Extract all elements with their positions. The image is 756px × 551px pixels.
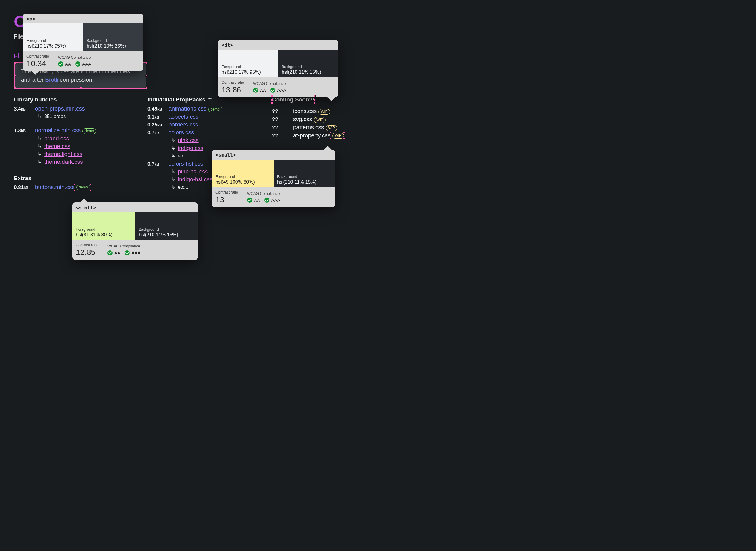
file-sublink[interactable]: indigo-hsl.css [178,176,212,183]
wcag-aa-pass: AA [58,61,71,67]
file-link[interactable]: colors-hsl.css [169,160,203,167]
demo-badge[interactable]: demo [208,107,222,112]
swatch-value: hsl(210 11% 15%) [282,70,335,75]
background-swatch: Backgroundhsl(210 11% 15%) [135,212,198,240]
file-link-buttons[interactable]: buttons.min.css [35,184,75,190]
wcag-aa-pass: AA [253,88,266,93]
wcag-aaa-pass: AAA [125,250,141,255]
file-size: 0.81kB [14,184,35,190]
checkmark-icon [253,88,258,93]
selected-element: demo [75,184,90,190]
subdirectory-arrow-icon: ↳ [37,150,42,157]
subdirectory-arrow-icon: ↳ [37,158,42,165]
inspector-tag-label: <small> [212,150,335,159]
file-size: 1.3kB [14,128,35,134]
file-sublink[interactable]: theme.css [44,143,70,150]
file-link[interactable]: animations.css [169,105,206,112]
file-link[interactable]: aspects.css [169,113,198,120]
checkmark-icon [58,61,63,67]
swatch-label: Background [139,227,194,231]
checkmark-icon [107,250,113,255]
subdirectory-arrow-icon: ↳ [37,135,42,141]
file-link[interactable]: borders.css [169,121,198,128]
callout-link-brotli[interactable]: Brotli [45,76,58,83]
file-sublink[interactable]: pink.css [178,137,199,144]
contrast-ratio-value: 13 [215,196,238,203]
file-size: 0.7kB [147,161,169,167]
swatch-label: Background [282,65,335,69]
file-sublink[interactable]: brand.css [44,135,69,142]
file-subrow: ↳ 351 props [37,113,122,120]
file-link-normalize[interactable]: normalize.min.css [35,127,81,134]
checkmark-icon [264,197,269,203]
swatch-label: Foreground [26,39,79,43]
subdirectory-arrow-icon: ↳ [37,143,42,149]
wcag-aaa-pass: AAA [264,197,280,203]
file-sublink[interactable]: theme.light.css [44,151,82,157]
file-sublink[interactable]: theme.dark.css [44,159,83,165]
checkmark-icon [125,250,130,255]
foreground-swatch: Foregroundhsl(210 17% 95%) [23,23,83,51]
subdirectory-arrow-icon: ↳ [171,168,175,175]
file-sublink[interactable]: indigo.css [178,145,203,151]
heading-library-bundles: Library bundles [14,96,122,103]
wip-badge: WIP [326,125,337,131]
subdirectory-arrow-icon: ↳ [171,184,175,190]
swatch-value: hsl(210 11% 15%) [139,232,194,237]
inspector-tag-label: <small> [72,202,198,212]
file-row: 3.4kB open-props.min.css [14,105,122,112]
file-label: svg.css [293,116,312,122]
contrast-inspector-popup: <dt>Foregroundhsl(210 17% 95%)Background… [218,40,338,97]
wcag-aa-pass: AA [247,197,260,203]
selected-element: WIP [330,133,344,138]
file-subtext: etc... [178,184,188,190]
wcag-compliance: WCAG ComplianceAAAAA [107,244,141,255]
swatch-value: hsl(210 10% 23%) [87,43,140,49]
contrast-ratio: Contrast ratio10.34 [26,54,49,67]
foreground-swatch: Foregroundhsl(81 81% 80%) [72,212,135,240]
file-link[interactable]: colors.css [169,129,194,136]
file-label: at-property.css [293,132,330,139]
file-sublink[interactable]: pink-hsl.css [178,168,208,175]
foreground-swatch: Foregroundhsl(210 17% 95%) [218,50,278,77]
swatch-label: Foreground [222,65,274,69]
contrast-ratio: Contrast ratio13 [215,190,238,203]
swatch-value: hsl(49 100% 80%) [215,179,270,185]
swatch-label: Background [87,39,140,43]
file-size-unknown: ?? [272,133,293,139]
file-subtext: etc... [178,153,188,159]
file-size-unknown: ?? [272,108,293,114]
swatch-value: hsl(210 17% 95%) [222,70,274,75]
contrast-inspector-popup: <small>Foregroundhsl(49 100% 80%)Backgro… [212,150,335,207]
demo-badge[interactable]: demo [76,184,90,190]
contrast-ratio: Contrast ratio13.86 [222,80,244,94]
subdirectory-arrow-icon: ↳ [171,144,175,151]
file-label: icons.css [293,108,317,114]
callout-text-post: compression. [60,76,94,83]
contrast-ratio-value: 12.85 [76,248,98,256]
swatch-value: hsl(210 17% 95%) [26,43,79,49]
demo-badge[interactable]: demo [82,128,96,134]
file-size: 0.49kB [147,106,169,112]
wcag-compliance: WCAG ComplianceAAAAA [253,82,286,93]
subdirectory-arrow-icon: ↳ [171,152,175,159]
file-size: 0.1kB [147,114,169,120]
file-size-unknown: ?? [272,116,293,122]
wip-badge: WIP [314,117,326,123]
contrast-inspector-popup: <small>Foregroundhsl(81 81% 80%)Backgrou… [72,202,198,260]
swatch-label: Background [277,175,332,179]
file-subtext: 351 props [44,114,66,119]
file-size: 0.25kB [147,122,169,128]
file-link-open-props[interactable]: open-props.min.css [35,105,85,112]
wcag-aaa-pass: AAA [75,61,91,67]
contrast-ratio-value: 10.34 [26,60,49,67]
swatch-value: hsl(210 11% 15%) [277,179,332,185]
subdirectory-arrow-icon: ↳ [37,113,42,119]
file-row: 1.3kB normalize.min.css demo [14,127,122,134]
heading-proppacks: Individual PropPacks ™ [147,96,247,103]
swatch-label: Foreground [215,175,270,179]
heading-extras: Extras [14,175,122,181]
file-row: 0.81kB buttons.min.css demo [14,184,122,190]
checkmark-icon [270,88,275,93]
checkmark-icon [247,197,252,203]
